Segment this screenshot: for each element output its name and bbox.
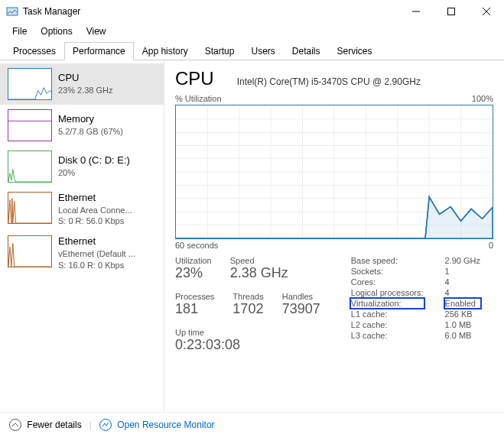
graph-xright: 0 — [489, 241, 493, 250]
open-resource-monitor-link[interactable]: Open Resource Monitor — [99, 419, 215, 431]
utilization-value: 23% — [175, 265, 212, 281]
chevron-up-icon — [9, 419, 21, 431]
l1-label: L1 cache: — [351, 309, 424, 319]
memory-thumb — [8, 109, 52, 141]
menu-view[interactable]: View — [80, 24, 112, 38]
handles-value: 73907 — [282, 301, 320, 317]
uptime-label: Up time — [175, 328, 320, 337]
utilization-label: Utilization — [175, 256, 212, 265]
sidebar-eth1-name: Ethernet — [58, 235, 135, 248]
handles-label: Handles — [282, 292, 320, 301]
l3-value: 6.0 MB — [445, 331, 480, 340]
tab-startup[interactable]: Startup — [197, 42, 243, 60]
cores-value: 4 — [445, 277, 480, 287]
sidebar-disk-name: Disk 0 (C: D: E:) — [58, 154, 130, 167]
main-panel: CPU Intel(R) Core(TM) i5-3470S CPU @ 2.9… — [164, 60, 504, 412]
eth0-thumb — [8, 192, 52, 224]
tab-users[interactable]: Users — [242, 42, 283, 60]
l2-label: L2 cache: — [351, 320, 424, 329]
virtualization-label: Virtualization: — [351, 299, 424, 308]
processes-value: 181 — [175, 301, 214, 317]
page-title: CPU — [175, 68, 214, 89]
graph-ylabel: % Utilization — [175, 94, 222, 103]
fewer-details-button[interactable]: Fewer details — [9, 419, 82, 431]
base-speed-value: 2.90 GHz — [445, 256, 480, 265]
menu-options[interactable]: Options — [34, 24, 78, 38]
cpu-utilization-graph[interactable] — [175, 105, 493, 239]
sidebar-eth1-sub1: vEthernet (Default ... — [58, 248, 135, 259]
maximize-button[interactable] — [434, 0, 469, 23]
graph-ymax: 100% — [472, 94, 493, 103]
base-speed-label: Base speed: — [351, 256, 424, 265]
svg-rect-2 — [448, 8, 455, 15]
uptime-value: 0:23:03:08 — [175, 337, 320, 353]
logical-value: 4 — [445, 288, 480, 297]
sidebar-disk-sub: 20% — [58, 167, 130, 178]
tab-strip: Processes Performance App history Startu… — [0, 41, 504, 60]
sockets-label: Sockets: — [351, 267, 424, 276]
footer-bar: Fewer details | Open Resource Monitor — [0, 412, 504, 437]
sidebar-item-cpu[interactable]: CPU 23% 2.38 GHz — [0, 63, 164, 105]
app-icon — [6, 5, 18, 18]
sidebar-item-ethernet-1[interactable]: Ethernet vEthernet (Default ... S: 16.0 … — [0, 231, 164, 274]
graph-xleft: 60 seconds — [175, 241, 218, 250]
l2-value: 1.0 MB — [445, 320, 480, 329]
sidebar-eth0-sub2: S: 0 R: 56.0 Kbps — [58, 215, 132, 226]
tab-services[interactable]: Services — [329, 42, 381, 60]
minimize-button[interactable] — [398, 0, 434, 23]
sidebar-eth0-name: Ethernet — [58, 192, 132, 205]
sidebar-item-disk[interactable]: Disk 0 (C: D: E:) 20% — [0, 146, 164, 187]
close-button[interactable] — [469, 0, 504, 23]
tab-apphistory[interactable]: App history — [134, 42, 197, 60]
virtualization-value: Enabled — [445, 299, 480, 308]
speed-label: Speed — [230, 256, 288, 265]
sidebar-eth1-sub2: S: 16.0 R: 0 Kbps — [58, 260, 135, 270]
tab-details[interactable]: Details — [284, 42, 329, 60]
tab-processes[interactable]: Processes — [5, 42, 64, 60]
threads-label: Threads — [232, 292, 263, 301]
l1-value: 256 KB — [445, 309, 480, 319]
title-bar: Task Manager — [0, 0, 504, 23]
cpu-thumb — [8, 68, 52, 100]
sidebar-cpu-sub: 23% 2.38 GHz — [58, 85, 113, 96]
sidebar-eth0-sub1: Local Area Conne... — [58, 205, 132, 215]
disk-thumb — [8, 151, 52, 183]
tab-performance[interactable]: Performance — [64, 42, 134, 60]
performance-sidebar: CPU 23% 2.38 GHz Memory 5.2/7.8 GB (67%)… — [0, 60, 164, 412]
window-title: Task Manager — [23, 6, 398, 17]
monitor-icon — [99, 419, 112, 431]
l3-label: L3 cache: — [351, 331, 424, 340]
sidebar-cpu-name: CPU — [58, 72, 113, 85]
eth1-thumb — [8, 235, 52, 267]
sockets-value: 1 — [445, 267, 480, 276]
sidebar-item-memory[interactable]: Memory 5.2/7.8 GB (67%) — [0, 105, 164, 146]
sidebar-item-ethernet-0[interactable]: Ethernet Local Area Conne... S: 0 R: 56.… — [0, 187, 164, 231]
cpu-model: Intel(R) Core(TM) i5-3470S CPU @ 2.90GHz — [237, 76, 421, 87]
sidebar-memory-sub: 5.2/7.8 GB (67%) — [58, 126, 123, 137]
menu-bar: File Options View — [0, 23, 504, 40]
threads-value: 1702 — [232, 301, 263, 317]
menu-file[interactable]: File — [6, 24, 33, 38]
logical-label: Logical processors: — [351, 288, 424, 297]
processes-label: Processes — [175, 292, 214, 301]
sidebar-memory-name: Memory — [58, 113, 123, 126]
speed-value: 2.38 GHz — [230, 265, 288, 281]
cores-label: Cores: — [351, 277, 424, 287]
